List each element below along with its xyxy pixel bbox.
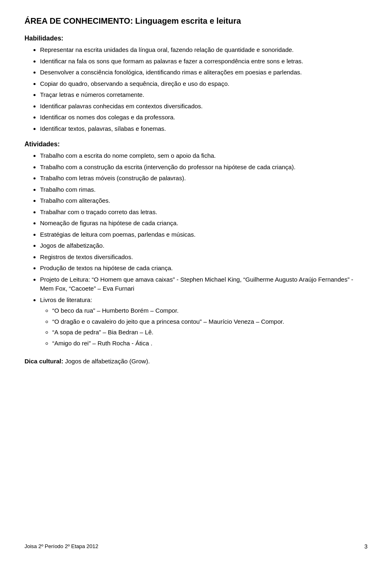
list-item: Representar na escrita unidades da língu… [40, 45, 368, 55]
list-item: Copiar do quadro, observando a sequência… [40, 79, 368, 89]
dica-cultural: Dica cultural: Jogos de alfabetização (G… [24, 357, 368, 366]
list-item: Nomeação de figuras na hipótese de cada … [40, 219, 368, 228]
atividades-list: Trabalho com a escrita do nome completo,… [24, 151, 368, 348]
list-item: Desenvolver a consciência fonológica, id… [40, 68, 368, 77]
list-item: Trabalho com rimas. [40, 185, 368, 195]
list-item: Projeto de Leitura: “O Homem que amava c… [40, 275, 368, 293]
list-item: Identificar textos, palavras, sílabas e … [40, 124, 368, 134]
list-item-livros: Livros de literatura: “O beco da rua” – … [40, 296, 368, 348]
sub-list-item: “Amigo do rei” – Ruth Rocha - Ática . [52, 339, 368, 348]
list-item: Produção de textos na hipótese de cada c… [40, 264, 368, 273]
list-item: Traçar letras e números corretamente. [40, 90, 368, 100]
habilidades-title: Habilidades: [24, 35, 368, 42]
list-item: Registros de textos diversificados. [40, 253, 368, 262]
footer-left: Joisa 2º Período 2º Etapa 2012 [24, 543, 98, 550]
sub-list-item: “O dragão e o cavaleiro do jeito que a p… [52, 317, 368, 327]
list-item: Estratégias de leitura com poemas, parle… [40, 230, 368, 240]
list-item: Trabalho com a construção da escrita (in… [40, 163, 368, 172]
dica-text: Jogos de alfabetização (Grow). [63, 358, 150, 365]
list-item: Trabalho com aliterações. [40, 196, 368, 206]
dica-label: Dica cultural: [24, 358, 63, 365]
sub-list-item: “O beco da rua” – Humberto Borém – Compo… [52, 306, 368, 316]
sub-list-item: “A sopa de pedra” – Bia Bedran – Lê. [52, 328, 368, 337]
list-item: Trabalhar com o traçado correto das letr… [40, 208, 368, 217]
sub-list: “O beco da rua” – Humberto Borém – Compo… [40, 306, 368, 348]
atividades-title: Atividades: [24, 141, 368, 148]
list-item: Trabalho com a escrita do nome completo,… [40, 151, 368, 161]
habilidades-list: Representar na escrita unidades da língu… [24, 45, 368, 133]
list-item: Identificar os nomes dos colegas e da pr… [40, 113, 368, 122]
list-item: Identificar na fala os sons que formam a… [40, 57, 368, 66]
page-title: ÁREA DE CONHECIMENTO: Linguagem escrita … [24, 16, 368, 26]
list-item: Trabalho com letras móveis (construção d… [40, 174, 368, 183]
list-item: Identificar palavras conhecidas em conte… [40, 102, 368, 111]
footer: Joisa 2º Período 2º Etapa 2012 3 [24, 543, 368, 550]
list-item: Jogos de alfabetização. [40, 241, 368, 251]
footer-page-number: 3 [364, 543, 368, 550]
